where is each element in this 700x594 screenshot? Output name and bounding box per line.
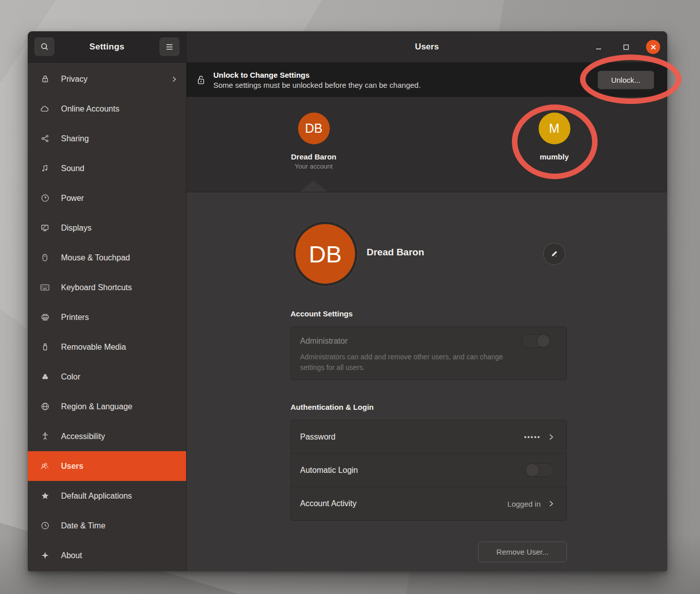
account-activity-row[interactable]: Account Activity Logged in (291, 487, 566, 520)
toggle-knob (537, 334, 550, 348)
sparkle-icon (40, 551, 50, 561)
banner-text: Unlock to Change Settings Some settings … (213, 70, 598, 90)
sidebar-item-color[interactable]: Color (28, 362, 186, 392)
user-name: Dread Baron (291, 152, 336, 161)
profile-avatar: DB (296, 224, 355, 284)
sidebar-item-label: Users (61, 462, 177, 471)
sidebar-item-users[interactable]: Users (28, 451, 186, 481)
mouse-icon (40, 253, 50, 263)
sidebar-item-label: Color (61, 372, 177, 382)
headerbar: Users (187, 31, 667, 63)
minimize-button[interactable] (592, 40, 606, 54)
user-detail-panel: DB Dread Baron Account Settings Administ… (187, 192, 667, 571)
search-icon (40, 42, 49, 51)
sidebar-item-label: Sound (61, 164, 177, 173)
music-note-icon (40, 164, 50, 174)
administrator-toggle[interactable] (521, 334, 550, 348)
close-button[interactable] (646, 40, 660, 54)
window-controls (592, 31, 660, 63)
user-dread-baron[interactable]: DB Dread Baron Your account (263, 113, 364, 170)
printer-icon (40, 312, 50, 322)
user-subtitle: Your account (295, 163, 332, 170)
section-heading-auth-login: Authentication & Login (290, 403, 374, 411)
settings-window: Settings Privacy Onl (28, 31, 667, 571)
sidebar-item-about[interactable]: About (28, 541, 186, 570)
profile-avatar-ring: DB (293, 221, 358, 287)
password-dots: ••••• (524, 433, 541, 441)
sidebar-item-online-accounts[interactable]: Online Accounts (28, 94, 186, 124)
sidebar-item-label: Online Accounts (61, 104, 177, 114)
sidebar-item-label: Privacy (61, 75, 171, 84)
sidebar-item-region-language[interactable]: Region & Language (28, 392, 186, 421)
remove-user-button[interactable]: Remove User... (478, 542, 567, 562)
sidebar-item-label: Mouse & Touchpad (61, 253, 177, 262)
sidebar: Settings Privacy Onl (28, 31, 187, 571)
sidebar-item-privacy[interactable]: Privacy (28, 64, 186, 94)
color-circles-icon (40, 372, 50, 382)
clock-icon (40, 521, 50, 531)
password-label: Password (300, 433, 524, 442)
banner-subtitle: Some settings must be unlocked before th… (213, 80, 598, 90)
user-mumbly[interactable]: M mumbly (504, 113, 605, 161)
user-name: mumbly (540, 152, 569, 161)
lock-icon (197, 75, 205, 85)
banner-title: Unlock to Change Settings (213, 70, 598, 80)
sidebar-item-mouse-touchpad[interactable]: Mouse & Touchpad (28, 243, 186, 273)
unlock-button[interactable]: Unlock... (598, 71, 654, 89)
sidebar-item-displays[interactable]: Displays (28, 213, 186, 243)
account-activity-value: Logged in (507, 500, 541, 508)
sidebar-item-accessibility[interactable]: Accessibility (28, 421, 186, 451)
pencil-icon (550, 249, 559, 258)
sidebar-item-removable-media[interactable]: Removable Media (28, 332, 186, 362)
menu-button[interactable] (159, 37, 180, 56)
sidebar-item-default-applications[interactable]: Default Applications (28, 481, 186, 511)
maximize-button[interactable] (619, 40, 633, 54)
cloud-icon (40, 104, 50, 114)
sidebar-item-printers[interactable]: Printers (28, 302, 186, 332)
sidebar-item-label: Default Applications (61, 492, 177, 501)
sidebar-item-label: Displays (61, 224, 177, 233)
share-icon (40, 134, 50, 144)
sidebar-item-label: Keyboard Shortcuts (61, 283, 177, 292)
avatar-initials: M (549, 121, 560, 136)
edit-name-button[interactable] (543, 243, 565, 265)
sidebar-item-label: Printers (61, 313, 177, 322)
password-row[interactable]: Password ••••• (291, 420, 566, 453)
administrator-description: Administrators can add and remove other … (300, 352, 512, 373)
automatic-login-label: Automatic Login (300, 466, 526, 475)
avatar: M (539, 113, 570, 144)
automatic-login-row: Automatic Login (291, 453, 566, 487)
sidebar-item-keyboard-shortcuts[interactable]: Keyboard Shortcuts (28, 273, 186, 302)
sidebar-item-label: Power (61, 194, 177, 203)
sidebar-item-date-time[interactable]: Date & Time (28, 511, 186, 541)
sidebar-item-label: Sharing (61, 134, 177, 143)
search-button[interactable] (34, 37, 54, 56)
chevron-right-icon (548, 500, 554, 508)
users-icon (40, 461, 50, 471)
sidebar-item-sound[interactable]: Sound (28, 153, 186, 183)
sidebar-list: Privacy Online Accounts Sharing (28, 63, 186, 571)
auth-login-card: Password ••••• Automatic Login Account A… (290, 420, 567, 521)
sidebar-title: Settings (89, 42, 124, 52)
globe-icon (40, 402, 50, 412)
user-carousel: DB Dread Baron Your account M mumbly (187, 97, 667, 192)
close-icon (650, 44, 657, 50)
account-activity-label: Account Activity (300, 499, 507, 508)
lock-icon (40, 74, 50, 84)
page-title: Users (415, 42, 439, 52)
display-icon (40, 223, 50, 233)
profile-name: Dread Baron (367, 247, 424, 258)
usb-drive-icon (40, 342, 50, 352)
sidebar-item-label: Accessibility (61, 432, 177, 441)
sidebar-header: Settings (28, 31, 186, 63)
administrator-label: Administrator (300, 337, 347, 346)
account-settings-card: Administrator Administrators can add and… (290, 327, 567, 380)
sidebar-item-power[interactable]: Power (28, 183, 186, 213)
chevron-right-icon (171, 76, 177, 83)
avatar-initials: DB (305, 121, 323, 136)
sidebar-item-sharing[interactable]: Sharing (28, 124, 186, 153)
automatic-login-toggle[interactable] (526, 463, 554, 477)
main-panel: Users Unlock to Change Set (187, 31, 667, 571)
selected-user-notch (300, 180, 328, 192)
keyboard-icon (40, 283, 50, 293)
